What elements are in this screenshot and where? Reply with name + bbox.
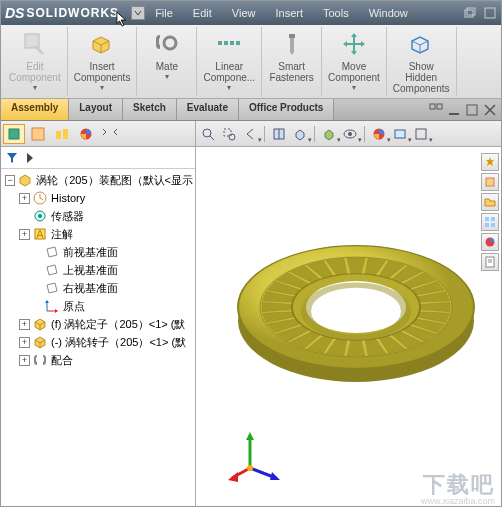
edit-appearance-icon[interactable]: ▾ <box>370 125 388 143</box>
svg-point-27 <box>203 129 211 137</box>
display-style-icon[interactable]: ▾ <box>320 125 338 143</box>
ribbon-insert-components[interactable]: InsertComponents ▾ <box>68 27 138 96</box>
ribbon-label: InsertComponents <box>74 61 131 83</box>
graphics-canvas[interactable] <box>196 147 479 506</box>
expand-icon[interactable]: + <box>19 229 30 240</box>
zoom-area-icon[interactable] <box>220 125 238 143</box>
svg-point-47 <box>247 465 253 471</box>
tree-spacer <box>19 211 30 222</box>
menu-insert[interactable]: Insert <box>265 7 313 19</box>
tree-item[interactable]: +History <box>3 189 193 207</box>
tree-root[interactable]: − 涡轮（205）装配图（默认<显示 <box>3 171 193 189</box>
ribbon-smart-fasteners[interactable]: SmartFasteners <box>262 27 322 96</box>
hide-show-icon[interactable]: ▾ <box>341 125 359 143</box>
restore-icon[interactable] <box>463 6 477 20</box>
minimize-icon[interactable] <box>447 103 461 117</box>
svg-rect-52 <box>491 223 495 227</box>
menu-tools[interactable]: Tools <box>313 7 359 19</box>
taskpane-resources-icon[interactable] <box>481 153 499 171</box>
feature-manager-tab[interactable] <box>3 124 25 144</box>
svg-point-42 <box>306 281 406 333</box>
tile-icon[interactable] <box>429 103 443 117</box>
ribbon-move-component[interactable]: MoveComponent ▾ <box>322 27 387 96</box>
turbine-model[interactable] <box>226 187 486 447</box>
svg-rect-2 <box>485 8 495 18</box>
ribbon-linear-pattern[interactable]: LinearCompone... ▾ <box>197 27 262 96</box>
taskpane-file-explorer-icon[interactable] <box>481 193 499 211</box>
menu-window[interactable]: Window <box>359 7 418 19</box>
expand-icon[interactable]: + <box>19 319 30 330</box>
menu-view[interactable]: View <box>222 7 266 19</box>
move-component-icon <box>341 31 367 57</box>
tab-sketch[interactable]: Sketch <box>123 99 177 120</box>
menu-dropdown-chevron[interactable] <box>131 6 145 20</box>
tree-item[interactable]: 原点 <box>3 297 193 315</box>
configuration-manager-tab[interactable] <box>51 124 73 144</box>
chevron-down-icon: ▾ <box>165 72 169 81</box>
tab-assembly[interactable]: Assembly <box>1 99 69 120</box>
section-view-icon[interactable] <box>270 125 288 143</box>
tree-item[interactable]: +(-) 涡轮转子（205）<1> (默 <box>3 333 193 351</box>
view-settings-icon[interactable]: ▾ <box>412 125 430 143</box>
show-hidden-icon <box>408 31 434 57</box>
tree-item[interactable]: 前视基准面 <box>3 243 193 261</box>
taskpane-custom-props-icon[interactable] <box>481 253 499 271</box>
display-manager-tab[interactable] <box>99 124 121 144</box>
apply-scene-icon[interactable]: ▾ <box>391 125 409 143</box>
tree-item[interactable]: 传感器 <box>3 207 193 225</box>
expand-icon[interactable]: + <box>19 193 30 204</box>
view-orientation-icon[interactable]: ▾ <box>291 125 309 143</box>
mates-icon <box>32 352 48 368</box>
tab-evaluate[interactable]: Evaluate <box>177 99 239 120</box>
ribbon-show-hidden[interactable]: ShowHiddenComponents <box>387 27 457 96</box>
taskpane-view-palette-icon[interactable] <box>481 213 499 231</box>
maximize-icon[interactable] <box>465 103 479 117</box>
svg-rect-14 <box>467 105 477 115</box>
svg-rect-9 <box>289 34 295 38</box>
ribbon-edit-component[interactable]: EditComponent ▾ <box>3 27 68 96</box>
task-pane <box>479 151 501 273</box>
orientation-triad[interactable] <box>226 426 286 486</box>
dimxpert-manager-tab[interactable] <box>75 124 97 144</box>
tree-spacer <box>31 265 42 276</box>
logo-text: SOLIDWORKS <box>26 6 119 20</box>
tab-layout[interactable]: Layout <box>69 99 123 120</box>
window-icon[interactable] <box>483 6 497 20</box>
svg-rect-51 <box>485 223 489 227</box>
smart-fasteners-icon <box>279 31 305 57</box>
chevron-down-icon: ▾ <box>33 83 37 92</box>
tree-item[interactable]: +(f) 涡轮定子（205）<1> (默 <box>3 315 193 333</box>
previous-view-icon[interactable]: ▾ <box>241 125 259 143</box>
zoom-fit-icon[interactable] <box>199 125 217 143</box>
expand-icon[interactable]: + <box>19 337 30 348</box>
chevron-right-icon[interactable] <box>23 151 37 165</box>
tree-item-label: (-) 涡轮转子（205）<1> (默 <box>51 335 186 350</box>
tree-item-label: 传感器 <box>51 209 84 224</box>
ribbon: EditComponent ▾ InsertComponents ▾ Mate … <box>1 25 501 99</box>
filter-funnel-icon[interactable] <box>5 151 19 165</box>
plane-icon <box>44 244 60 260</box>
close-icon[interactable] <box>483 103 497 117</box>
collapse-icon[interactable]: − <box>5 175 15 186</box>
edit-component-icon <box>22 31 48 57</box>
tab-office-products[interactable]: Office Products <box>239 99 334 120</box>
menu-file[interactable]: File <box>145 7 183 19</box>
svg-text:A: A <box>36 228 44 240</box>
sensor-icon <box>32 208 48 224</box>
menu-edit[interactable]: Edit <box>183 7 222 19</box>
tree-item[interactable]: +A注解 <box>3 225 193 243</box>
property-manager-tab[interactable] <box>27 124 49 144</box>
ribbon-label: SmartFasteners <box>269 61 313 83</box>
graphics-viewport[interactable]: ▾ ▾ ▾ ▾ ▾ ▾ ▾ <box>196 121 501 506</box>
watermark-url: www.xiazaiba.com <box>421 496 495 506</box>
svg-point-30 <box>229 134 235 140</box>
tabstrip-right <box>425 99 501 120</box>
tree-item[interactable]: 右视基准面 <box>3 279 193 297</box>
tree-item[interactable]: +配合 <box>3 351 193 369</box>
taskpane-appearances-icon[interactable] <box>481 233 499 251</box>
ribbon-mate[interactable]: Mate ▾ <box>137 27 197 96</box>
taskpane-design-library-icon[interactable] <box>481 173 499 191</box>
tree-item[interactable]: 上视基准面 <box>3 261 193 279</box>
expand-icon[interactable]: + <box>19 355 30 366</box>
svg-rect-36 <box>395 130 405 138</box>
